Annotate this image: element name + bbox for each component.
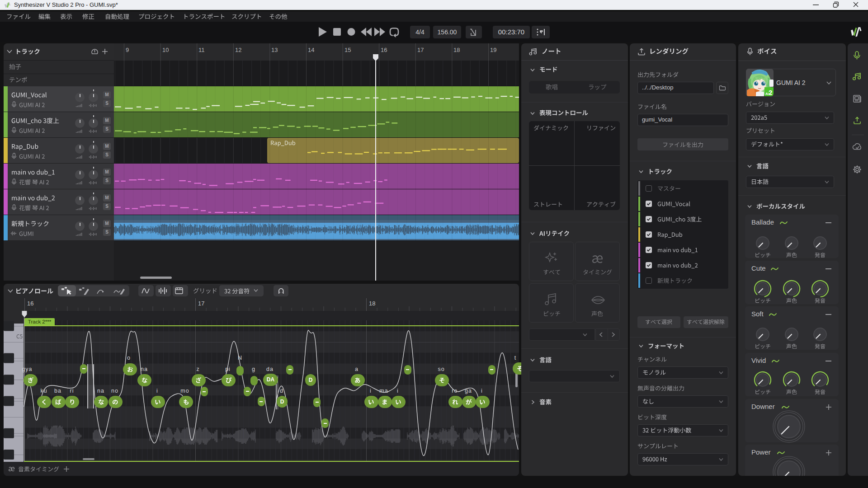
svg-text:2: 2 [769, 89, 772, 96]
svg-text:AI: AI [765, 92, 769, 95]
